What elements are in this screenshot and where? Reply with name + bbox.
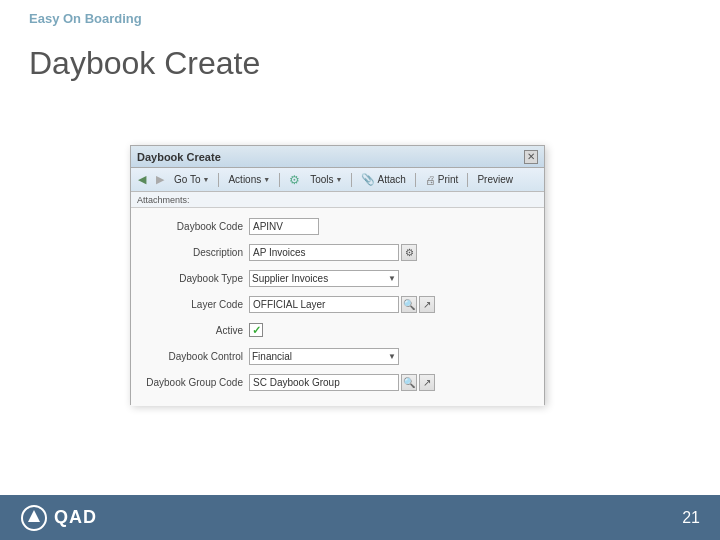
daybook-control-dropdown[interactable]: Financial ▼ — [249, 348, 399, 365]
toolbar-back-button[interactable]: ◀ — [135, 172, 149, 187]
toolbar-actions-button[interactable]: Actions ▼ — [225, 173, 273, 186]
description-field-group: AP Invoices ⚙ — [249, 244, 417, 261]
tools-label: Tools — [310, 174, 333, 185]
form-row-daybook-type: Daybook Type Supplier Invoices ▼ — [141, 268, 534, 288]
window-titlebar: Daybook Create ✕ — [131, 146, 544, 168]
form-row-description: Description AP Invoices ⚙ — [141, 242, 534, 262]
toolbar-separator-5 — [467, 173, 468, 187]
toolbar-separator-3 — [351, 173, 352, 187]
form-row-layer-code: Layer Code OFFICIAL Layer 🔍 ↗ — [141, 294, 534, 314]
qad-logo-icon — [20, 504, 48, 532]
toolbar-icon-1[interactable]: ⚙ — [286, 172, 303, 188]
checkmark-icon: ✓ — [252, 324, 261, 337]
print-label: Print — [438, 174, 459, 185]
daybook-group-icon-button[interactable]: ↗ — [419, 374, 435, 391]
layer-code-search-button[interactable]: 🔍 — [401, 296, 417, 313]
layer-code-label: Layer Code — [141, 299, 249, 310]
app-subtitle: Easy On Boarding — [29, 11, 142, 26]
toolbar: ◀ ▶ Go To ▼ Actions ▼ ⚙ Tools ▼ 📎 Attach — [131, 168, 544, 192]
attach-label: Attach — [377, 174, 405, 185]
toolbar-forward-button[interactable]: ▶ — [153, 172, 167, 187]
actions-arrow-icon: ▼ — [263, 176, 270, 183]
form-row-active: Active ✓ — [141, 320, 534, 340]
toolbar-separator-2 — [279, 173, 280, 187]
qad-logo-text: QAD — [54, 507, 97, 528]
goto-arrow-icon: ▼ — [203, 176, 210, 183]
daybook-type-arrow-icon: ▼ — [388, 274, 396, 283]
layer-code-input[interactable]: OFFICIAL Layer — [249, 296, 399, 313]
daybook-group-input[interactable]: SC Daybook Group — [249, 374, 399, 391]
page-title: Daybook Create — [29, 45, 260, 82]
description-input[interactable]: AP Invoices — [249, 244, 399, 261]
footer-logo: QAD — [20, 504, 97, 532]
toolbar-tools-button[interactable]: Tools ▼ — [307, 173, 345, 186]
description-icon-button[interactable]: ⚙ — [401, 244, 417, 261]
window-close-button[interactable]: ✕ — [524, 150, 538, 164]
daybook-control-arrow-icon: ▼ — [388, 352, 396, 361]
page-number: 21 — [682, 509, 700, 527]
daybook-control-label: Daybook Control — [141, 351, 249, 362]
form-row-daybook-code: Daybook Code APINV — [141, 216, 534, 236]
attachments-bar: Attachments: — [131, 192, 544, 208]
toolbar-print-button[interactable]: 🖨 Print — [422, 173, 462, 187]
toolbar-attach-button[interactable]: 📎 Attach — [358, 172, 408, 187]
toolbar-separator-1 — [218, 173, 219, 187]
layer-code-icon-button[interactable]: ↗ — [419, 296, 435, 313]
daybook-group-label: Daybook Group Code — [141, 377, 249, 388]
toolbar-goto-button[interactable]: Go To ▼ — [171, 173, 212, 186]
layer-code-field-group: OFFICIAL Layer 🔍 ↗ — [249, 296, 435, 313]
daybook-code-input[interactable]: APINV — [249, 218, 319, 235]
daybook-type-dropdown[interactable]: Supplier Invoices ▼ — [249, 270, 399, 287]
goto-label: Go To — [174, 174, 201, 185]
app-window: Daybook Create ✕ ◀ ▶ Go To ▼ Actions ▼ ⚙… — [130, 145, 545, 405]
svg-marker-1 — [28, 510, 40, 522]
form-area: Daybook Code APINV Description AP Invoic… — [131, 208, 544, 406]
toolbar-separator-4 — [415, 173, 416, 187]
form-row-daybook-control: Daybook Control Financial ▼ — [141, 346, 534, 366]
daybook-group-search-button[interactable]: 🔍 — [401, 374, 417, 391]
preview-label: Preview — [477, 174, 513, 185]
daybook-code-label: Daybook Code — [141, 221, 249, 232]
daybook-group-field-group: SC Daybook Group 🔍 ↗ — [249, 374, 435, 391]
form-row-daybook-group: Daybook Group Code SC Daybook Group 🔍 ↗ — [141, 372, 534, 392]
footer: QAD 21 — [0, 495, 720, 540]
active-label: Active — [141, 325, 249, 336]
daybook-type-label: Daybook Type — [141, 273, 249, 284]
toolbar-preview-button[interactable]: Preview — [474, 173, 516, 186]
description-label: Description — [141, 247, 249, 258]
window-title: Daybook Create — [137, 151, 524, 163]
actions-label: Actions — [228, 174, 261, 185]
attachments-label: Attachments: — [137, 195, 190, 205]
tools-arrow-icon: ▼ — [336, 176, 343, 183]
active-checkbox[interactable]: ✓ — [249, 323, 263, 337]
